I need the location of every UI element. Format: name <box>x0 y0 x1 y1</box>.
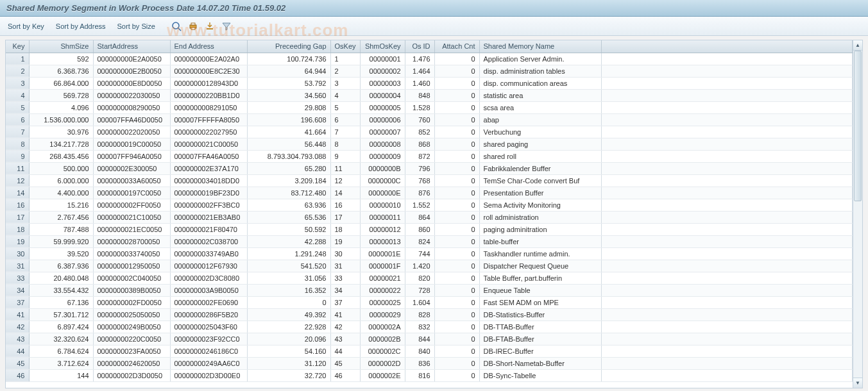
scroll-track[interactable] <box>853 51 862 378</box>
grid-container: KeyShmSizeStartAddressEnd AddressPreceed… <box>5 40 863 388</box>
cell-key[interactable]: 11 <box>6 162 29 174</box>
column-header-sharedmemoryname[interactable]: Shared Memory Name <box>479 40 601 53</box>
cell-sharedmemoryname: Presentation Buffer <box>479 187 601 199</box>
cell-filler <box>601 89 852 101</box>
cell-sharedmemoryname: DB-IREC-Buffer <box>479 345 601 357</box>
column-header-endaddress[interactable]: End Address <box>170 40 247 53</box>
cell-endaddress: 00000000249AA6C0 <box>170 357 247 369</box>
column-header-preceedinggap[interactable]: Preceeding Gap <box>247 40 330 53</box>
cell-preceedinggap: 16.352 <box>247 284 330 296</box>
table-row[interactable]: 172.767.4560000000021C100500000000021EB3… <box>6 211 853 223</box>
table-row[interactable]: 730.976000000002202005000000000220279504… <box>6 126 853 138</box>
column-header-shmoskey[interactable]: ShmOsKey <box>360 40 405 53</box>
cell-key[interactable]: 41 <box>6 308 29 320</box>
cell-key[interactable]: 16 <box>6 199 29 211</box>
cell-preceedinggap: 541.520 <box>247 260 330 272</box>
cell-key[interactable]: 1 <box>6 53 29 65</box>
table-row[interactable]: 366.864.000000000000E8D00500000000012894… <box>6 77 853 89</box>
table-row[interactable]: 1615.2160000000002FF00500000000002FF3BC0… <box>6 199 853 211</box>
cell-key[interactable]: 4 <box>6 89 29 101</box>
cell-osid: 824 <box>405 235 434 247</box>
sort-by-size-button[interactable]: Sort by Size <box>117 22 155 30</box>
cell-endaddress: 0000000012F67930 <box>170 260 247 272</box>
cell-filler <box>601 357 852 369</box>
cell-key[interactable]: 8 <box>6 138 29 150</box>
cell-attachcnt: 0 <box>434 77 479 89</box>
table-row[interactable]: 453.712.624000000002462005000000000249AA… <box>6 357 853 369</box>
table-row[interactable]: 18787.4880000000021EC00500000000021F8047… <box>6 223 853 235</box>
scroll-down-button[interactable]: ▼ <box>853 378 862 388</box>
table-row[interactable]: 26.368.736000000000E2B0050000000000E8C2E… <box>6 65 853 77</box>
column-header-attachcnt[interactable]: Attach Cnt <box>434 40 479 53</box>
cell-key[interactable]: 43 <box>6 333 29 345</box>
cell-key[interactable]: 12 <box>6 174 29 187</box>
cell-key[interactable]: 7 <box>6 126 29 138</box>
cell-filler <box>601 77 852 89</box>
cell-key[interactable]: 2 <box>6 65 29 77</box>
column-header-osid[interactable]: Os ID <box>405 40 434 53</box>
cell-key[interactable]: 34 <box>6 284 29 296</box>
cell-key[interactable]: 14 <box>6 187 29 199</box>
cell-key[interactable]: 3 <box>6 77 29 89</box>
cell-key[interactable]: 9 <box>6 150 29 162</box>
cell-preceedinggap: 42.288 <box>247 235 330 247</box>
table-row[interactable]: 9268.435.456000007FF946A0050000007FFA46A… <box>6 150 853 162</box>
cell-shmoskey: 00000011 <box>360 211 405 223</box>
table-row[interactable]: 11500.00000000002E300050000000002E37A170… <box>6 162 853 174</box>
cell-sharedmemoryname: Fabrikkalender Buffer <box>479 162 601 174</box>
cell-key[interactable]: 6 <box>6 113 29 126</box>
cell-key[interactable]: 31 <box>6 260 29 272</box>
cell-key[interactable]: 44 <box>6 345 29 357</box>
cell-key[interactable]: 45 <box>6 357 29 369</box>
cell-key[interactable]: 37 <box>6 296 29 308</box>
column-header-oskey[interactable]: OsKey <box>330 40 360 53</box>
table-row[interactable]: 3320.480.048000000002C040050000000002D3C… <box>6 272 853 284</box>
table-body: 1592000000000E2A0050000000000E2A02A0100.… <box>6 53 853 381</box>
table-row[interactable]: 126.000.0000000000033A600500000000034018… <box>6 174 853 187</box>
cell-shmoskey: 00000008 <box>360 138 405 150</box>
cell-shmoskey: 00000004 <box>360 89 405 101</box>
table-row[interactable]: 4332.320.62400000000220C00500000000023F9… <box>6 333 853 345</box>
table-row[interactable]: 446.784.6240000000023FA00500000000024618… <box>6 345 853 357</box>
filter-icon[interactable] <box>221 21 232 32</box>
column-header-startaddress[interactable]: StartAddress <box>93 40 170 53</box>
table-row[interactable]: 61.536.000.000000007FFA46D0050000007FFFF… <box>6 113 853 126</box>
table-row[interactable]: 1592000000000E2A0050000000000E2A02A0100.… <box>6 53 853 65</box>
download-icon[interactable] <box>204 21 216 32</box>
cell-key[interactable]: 19 <box>6 235 29 247</box>
cell-key[interactable]: 17 <box>6 211 29 223</box>
cell-startaddress: 0000000022020050 <box>93 126 170 138</box>
cell-startaddress: 000000002D3D0050 <box>93 369 170 381</box>
cell-attachcnt: 0 <box>434 308 479 320</box>
print-icon[interactable] <box>187 21 199 32</box>
scroll-thumb[interactable] <box>854 51 862 201</box>
cell-key[interactable]: 46 <box>6 369 29 381</box>
cell-key[interactable]: 18 <box>6 223 29 235</box>
vertical-scrollbar[interactable]: ▲ ▼ <box>853 40 863 388</box>
table-row[interactable]: 3433.554.43200000000389B0050000000003A9B… <box>6 284 853 296</box>
cell-key[interactable]: 42 <box>6 320 29 333</box>
table-row[interactable]: 3767.1360000000002FD00500000000002FE0690… <box>6 296 853 308</box>
details-icon[interactable] <box>171 21 182 32</box>
cell-key[interactable]: 33 <box>6 272 29 284</box>
sort-by-key-button[interactable]: Sort by Key <box>8 22 44 30</box>
table-row[interactable]: 316.387.93600000000129500500000000012F67… <box>6 260 853 272</box>
cell-startaddress: 0000000022030050 <box>93 89 170 101</box>
table-row[interactable]: 4569.728000000002203005000000000220BB1D0… <box>6 89 853 101</box>
cell-endaddress: 00000000286F5B20 <box>170 308 247 320</box>
table-row[interactable]: 1959.999.9200000000028700050000000002C03… <box>6 235 853 247</box>
table-row[interactable]: 54.0960000000008290050000000000829105029… <box>6 101 853 113</box>
column-header-key[interactable]: Key <box>6 40 29 53</box>
cell-key[interactable]: 30 <box>6 247 29 260</box>
table-row[interactable]: 3039.52000000000337400500000000033749AB0… <box>6 247 853 260</box>
column-header-shmsize[interactable]: ShmSize <box>29 40 93 53</box>
cell-key[interactable]: 5 <box>6 101 29 113</box>
table-row[interactable]: 426.897.42400000000249B00500000000025043… <box>6 320 853 333</box>
sort-by-address-button[interactable]: Sort by Address <box>56 22 106 30</box>
table-row[interactable]: 8134.217.7280000000019C000500000000021C0… <box>6 138 853 150</box>
table-row[interactable]: 144.400.00000000000197C00500000000019BF2… <box>6 187 853 199</box>
cell-startaddress: 000007FFA46D0050 <box>93 113 170 126</box>
table-row[interactable]: 4157.301.712000000002505005000000000286F… <box>6 308 853 320</box>
scroll-up-button[interactable]: ▲ <box>853 40 862 51</box>
table-row[interactable]: 46144000000002D3D0050000000002D3D00E032.… <box>6 369 853 381</box>
